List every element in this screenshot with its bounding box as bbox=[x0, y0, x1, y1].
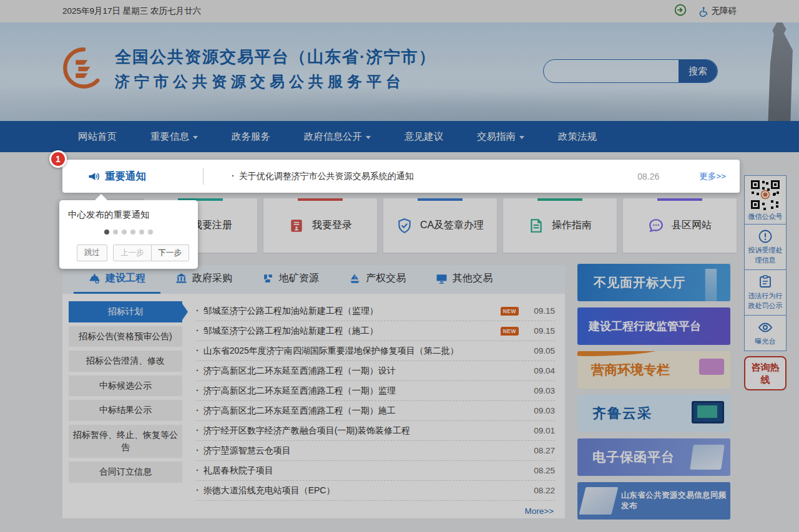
tour-dot bbox=[148, 230, 153, 235]
notice-item-date: 08.26 bbox=[637, 172, 659, 181]
tour-dot bbox=[104, 230, 109, 235]
tour-skip-button[interactable]: 跳过 bbox=[77, 244, 107, 261]
tour-step-badge: 1 bbox=[49, 150, 67, 168]
megaphone-icon bbox=[87, 170, 100, 183]
tour-next-button[interactable]: 下一步 bbox=[152, 244, 190, 261]
notice-more-link[interactable]: 更多>> bbox=[699, 171, 726, 182]
tour-dot bbox=[122, 230, 127, 235]
tour-dot bbox=[130, 230, 135, 235]
tour-description: 中心发布的重要通知 bbox=[68, 209, 189, 221]
tour-prev-button[interactable]: 上一步 bbox=[113, 244, 152, 261]
tour-dot bbox=[113, 230, 118, 235]
notice-section-label[interactable]: 重要通知 bbox=[62, 170, 203, 183]
tour-buttons: 跳过 上一步 下一步 bbox=[68, 244, 189, 261]
notice-item-link[interactable]: 关于优化调整济宁市公共资源交易系统的通知 bbox=[203, 171, 637, 182]
tour-progress-dots bbox=[68, 230, 189, 235]
page: 2025年9月17日 星期三 农历七月廿六 无障碍 全国公共资源交易平台（山东省… bbox=[0, 0, 799, 532]
tour-dot bbox=[139, 230, 144, 235]
tour-tooltip: 中心发布的重要通知 跳过 上一步 下一步 bbox=[59, 200, 198, 269]
important-notice-bar: 重要通知 关于优化调整济宁市公共资源交易系统的通知 08.26 更多>> bbox=[62, 160, 740, 193]
